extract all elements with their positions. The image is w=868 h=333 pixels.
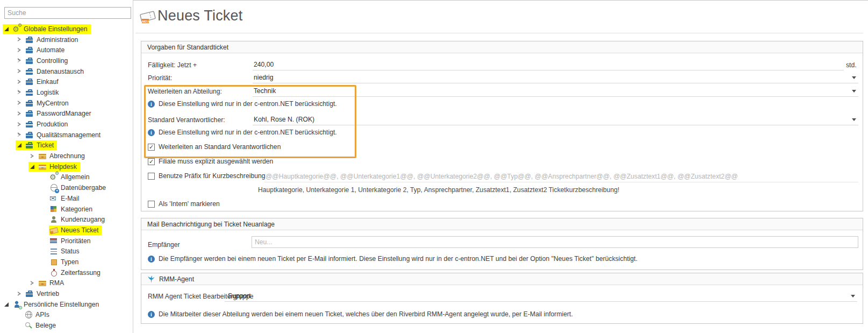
stopwatch-icon [49,268,58,277]
intern-checkbox-row: Als 'Intern' markieren [148,200,220,208]
case-blue-icon [25,120,34,129]
sidebar-item-helpdesk[interactable]: Helpdesk [0,161,133,172]
priority-label: Priorität: [148,73,172,83]
info-text: Diese Einstellung wird nur in der c-entr… [159,100,337,108]
sidebar-item-qualit-tsmanagement[interactable]: Qualitätsmanagement [0,130,133,140]
sidebar-item-neues-ticket[interactable]: Neues Ticket [0,225,133,236]
sidebar-item-globale-einstellungen[interactable]: Globale Einstellungen [0,24,133,34]
collapsed-arrow-icon[interactable] [29,152,38,160]
collapsed-arrow-icon[interactable] [16,120,25,129]
envelope-icon [49,194,58,203]
item-wrap: Logistik [16,88,62,97]
dropdown-arrow-icon[interactable] [852,118,856,121]
collapsed-arrow-icon[interactable] [16,109,25,118]
sidebar-item-kundenzugang[interactable]: Kundenzugang [0,214,133,225]
due-field[interactable]: 240,00 [253,59,844,70]
item-wrap: Kategorien [49,204,96,214]
sidebar-item-belege[interactable]: Belege [0,320,133,331]
rmm-group-combobox[interactable]: Support [225,291,857,302]
item-wrap: APIs [24,310,53,320]
priority-combobox[interactable]: niedrig [253,72,858,83]
info-row: i Diese Einstellung wird nur in der c-en… [148,128,337,137]
forward-dept-combobox[interactable]: Technik [253,86,858,97]
sidebar-item-vertrieb[interactable]: Vertrieb [0,288,133,299]
dropdown-arrow-icon[interactable] [852,76,856,79]
sidebar-item-ticket[interactable]: Ticket [0,140,133,151]
responsible-value: Kohl, Rose N. (ROK) [254,116,314,123]
collapsed-arrow-icon[interactable] [16,56,25,65]
branch-explicit-checkbox-label: Filiale muss explizit ausgewählt werden [159,158,273,165]
sidebar-item-zeiterfassung[interactable]: Zeiterfassung [0,267,133,278]
group-rmm-agent-title: RMM-Agent [159,275,194,283]
sidebar-item-kategorien[interactable]: Kategorien [0,204,133,215]
sidebar-item-priorit-ten[interactable]: Prioritäten [0,236,133,246]
collapsed-arrow-icon[interactable] [16,67,25,76]
prefix-helper-text: Hauptkategorie, Unterkategorie 1, Unterk… [258,186,619,194]
sidebar-item-e-mail[interactable]: E-Mail [0,193,133,204]
item-wrap: Zeiterfassung [49,268,104,278]
collapsed-arrow-icon[interactable] [29,279,38,287]
prefix-checkbox[interactable] [148,173,155,180]
sidebar-item-datenaustausch[interactable]: Datenaustausch [0,66,133,77]
group-standardticket-header: Vorgaben für Standardticket [141,41,863,53]
gears-icon [49,173,58,181]
sidebar-item-einkauf[interactable]: Einkauf [0,76,133,87]
info-row: i Diese Einstellung wird nur in der c-en… [148,100,337,108]
sidebar-item-daten-bergabe[interactable]: Datenübergabe [0,182,133,193]
due-value: 240,00 [254,61,274,68]
expanded-arrow-icon[interactable] [16,141,25,150]
sidebar-item-automate[interactable]: Automate [0,45,133,55]
collapsed-arrow-icon[interactable] [16,88,25,97]
sidebar-item-rma[interactable]: RMA [0,278,133,289]
info-icon: i [148,256,155,263]
sidebar-item-typen[interactable]: Typen [0,257,133,267]
search-input[interactable] [4,7,131,19]
collapsed-arrow-icon[interactable] [16,77,25,86]
responsible-label: Standard Verantwortlicher: [148,115,225,125]
collapsed-arrow-icon[interactable] [16,289,25,298]
collapsed-arrow-icon[interactable] [16,99,25,108]
dropdown-arrow-icon[interactable] [851,295,855,297]
intern-checkbox[interactable] [148,201,155,208]
item-wrap: RMA [28,278,67,288]
branch-explicit-checkbox[interactable] [148,158,155,165]
sidebar-item-allgemein[interactable]: Allgemein [0,172,133,183]
item-wrap: Produktion [16,119,71,129]
case-blue-icon [25,46,34,54]
dropdown-arrow-icon[interactable] [852,90,856,93]
sidebar-item-produktion[interactable]: Produktion [0,119,133,130]
magnifier-icon [24,321,33,330]
sidebar-item-mycentron[interactable]: MyCentron [0,98,133,109]
sidebar-item-label: RMA [49,279,64,287]
sidebar-item-pers-nliche-einstellungen[interactable]: Persönliche Einstellungen [0,299,133,310]
sidebar-item-administration[interactable]: Administration [0,34,133,45]
sidebar-item-status[interactable]: Status [0,246,133,257]
recipient-input[interactable] [252,236,858,248]
sidebar-item-label: Produktion [37,121,68,128]
case-green-icon [25,141,34,150]
item-wrap: Status [49,246,83,256]
gears-icon [12,25,21,33]
new-ticket-icon: NEU [139,9,157,25]
person-gear-icon [12,300,21,309]
riverbird-icon [147,275,155,284]
sidebar-item-apis[interactable]: APIs [0,310,133,321]
responsible-combobox[interactable]: Kohl, Rose N. (ROK) [253,114,858,125]
sidebar-item-label: Controlling [37,57,68,65]
sidebar-item-abrechnung[interactable]: Abrechnung [0,151,133,161]
list-icon [49,247,58,256]
sidebar-item-label: Kundenzugang [61,216,105,223]
expanded-arrow-icon[interactable] [29,162,38,171]
collapsed-arrow-icon[interactable] [16,131,25,139]
sidebar-item-label: Globale Einstellungen [24,25,88,33]
sidebar-item-logistik[interactable]: Logistik [0,87,133,98]
collapsed-arrow-icon[interactable] [16,36,25,44]
expanded-arrow-icon[interactable] [3,300,12,309]
sidebar-item-controlling[interactable]: Controlling [0,55,133,66]
collapsed-arrow-icon[interactable] [16,46,25,54]
expanded-arrow-icon[interactable] [3,25,12,33]
prefix-field[interactable]: @@Hauptkategorie@@, @@Unterkategorie1@@,… [264,171,858,182]
sidebar-item-passwordmanager[interactable]: PasswordManager [0,109,133,119]
sidebar-item-label: Ticket [37,141,54,149]
forward-responsible-checkbox[interactable] [148,144,155,151]
